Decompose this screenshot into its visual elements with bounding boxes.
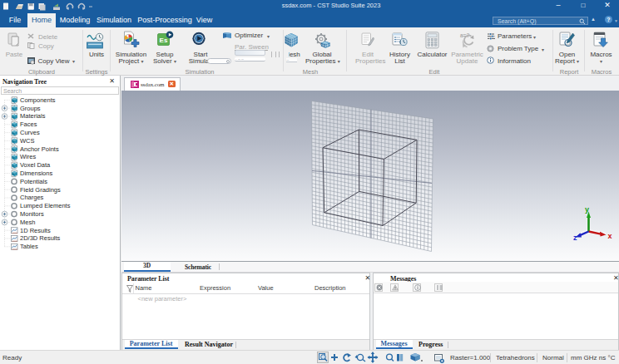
svg-text:z: z: [573, 234, 577, 242]
svg-text:x: x: [608, 232, 612, 240]
svg-text:y: y: [585, 205, 589, 214]
svg-text:Es: Es: [160, 37, 168, 44]
